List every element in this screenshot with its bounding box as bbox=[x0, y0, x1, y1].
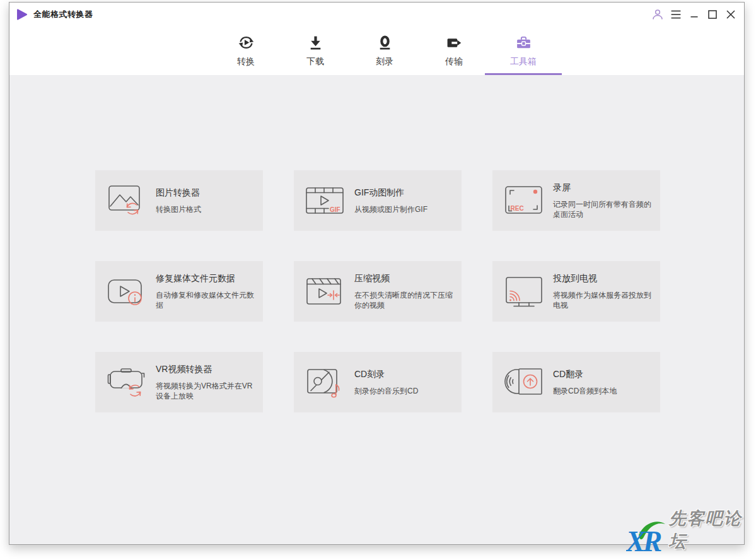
tool-card-cast-to-tv[interactable]: 投放到电视 将视频作为媒体服务器投放到电视 bbox=[492, 261, 660, 322]
tool-desc: 自动修复和修改媒体文件元数据 bbox=[156, 290, 259, 310]
transfer-icon bbox=[446, 35, 463, 52]
tool-desc: 翻录CD音频到本地 bbox=[553, 386, 656, 396]
maximize-icon bbox=[705, 7, 720, 22]
toolbox-icon bbox=[515, 35, 532, 52]
burn-icon bbox=[376, 35, 393, 52]
tool-card-gif-maker[interactable]: GIF GIF动图制作 从视频或图片制作GIF bbox=[294, 170, 462, 231]
tab-toolbox[interactable]: 工具箱 bbox=[489, 26, 558, 75]
tool-desc: 将视频作为媒体服务器投放到电视 bbox=[553, 290, 656, 310]
tool-card-image-converter[interactable]: 图片转换器 转换图片格式 bbox=[95, 170, 263, 231]
tab-label: 下载 bbox=[306, 56, 324, 67]
close-icon bbox=[723, 7, 738, 22]
tool-desc: 将视频转换为VR格式并在VR设备上放映 bbox=[156, 381, 259, 401]
svg-text:GIF: GIF bbox=[330, 206, 340, 213]
tool-title: 投放到电视 bbox=[553, 273, 656, 284]
cd-rip-icon bbox=[503, 364, 545, 400]
nav-bar: 转换 下载 刻录 bbox=[9, 26, 744, 75]
tool-title: VR视频转换器 bbox=[156, 364, 259, 375]
app-title: 全能格式转换器 bbox=[33, 9, 93, 20]
gif-maker-icon: GIF bbox=[305, 182, 346, 219]
vr-converter-icon bbox=[106, 364, 148, 400]
cd-burn-icon bbox=[305, 364, 346, 400]
tab-burn[interactable]: 刻录 bbox=[350, 26, 419, 75]
screen-recorder-icon: REC bbox=[503, 182, 545, 219]
menu-icon bbox=[668, 7, 683, 22]
minimize-icon bbox=[687, 7, 702, 22]
tool-title: CD翻录 bbox=[553, 369, 656, 380]
titlebar: 全能格式转换器 bbox=[9, 3, 744, 26]
tab-label: 转换 bbox=[237, 56, 255, 67]
tool-title: 压缩视频 bbox=[354, 273, 458, 284]
tool-desc: 从视频或图片制作GIF bbox=[354, 204, 458, 214]
account-button[interactable] bbox=[649, 6, 666, 23]
tool-card-fix-metadata[interactable]: 修复媒体文件元数据 自动修复和修改媒体文件元数据 bbox=[95, 261, 263, 322]
tool-grid: 图片转换器 转换图片格式 GIF bbox=[95, 170, 660, 412]
tab-convert[interactable]: 转换 bbox=[211, 26, 281, 75]
account-icon bbox=[650, 7, 665, 22]
tab-label: 刻录 bbox=[376, 56, 393, 67]
tab-transfer[interactable]: 传输 bbox=[419, 26, 489, 75]
tool-card-cd-rip[interactable]: CD翻录 翻录CD音频到本地 bbox=[492, 352, 660, 412]
toolbox-panel: 图片转换器 转换图片格式 GIF bbox=[9, 75, 744, 544]
tool-card-vr-converter[interactable]: VR视频转换器 将视频转换为VR格式并在VR设备上放映 bbox=[95, 352, 263, 412]
close-button[interactable] bbox=[723, 6, 739, 23]
app-logo-icon bbox=[16, 9, 28, 20]
tool-desc: 在不损失清晰度的情况下压缩你的视频 bbox=[354, 290, 458, 310]
tool-desc: 转换图片格式 bbox=[156, 204, 259, 214]
tab-label: 工具箱 bbox=[510, 56, 537, 67]
tool-title: 图片转换器 bbox=[156, 187, 259, 199]
image-converter-icon bbox=[106, 182, 148, 219]
app-window: 全能格式转换器 bbox=[9, 2, 745, 545]
tool-card-cd-burn[interactable]: CD刻录 刻录你的音乐到CD bbox=[294, 352, 462, 412]
tool-desc: 记录同一时间所有带有音频的桌面活动 bbox=[553, 199, 656, 219]
convert-icon bbox=[238, 35, 255, 52]
tool-title: 录屏 bbox=[553, 182, 656, 194]
compress-video-icon bbox=[305, 273, 346, 310]
tab-label: 传输 bbox=[445, 56, 463, 67]
menu-button[interactable] bbox=[668, 6, 684, 23]
tab-download[interactable]: 下载 bbox=[281, 26, 350, 75]
fix-metadata-icon bbox=[106, 273, 148, 310]
download-icon bbox=[307, 35, 324, 52]
cast-to-tv-icon bbox=[503, 273, 545, 310]
tool-desc: 刻录你的音乐到CD bbox=[354, 386, 458, 396]
tool-card-compress-video[interactable]: 压缩视频 在不损失清晰度的情况下压缩你的视频 bbox=[294, 261, 462, 322]
tool-title: GIF动图制作 bbox=[354, 187, 458, 199]
tool-title: 修复媒体文件元数据 bbox=[156, 273, 259, 284]
tool-card-screen-recorder[interactable]: REC 录屏 记录同一时间所有带有音频的桌面活动 bbox=[492, 170, 660, 231]
tool-title: CD刻录 bbox=[354, 369, 458, 380]
svg-text:REC: REC bbox=[511, 205, 524, 212]
minimize-button[interactable] bbox=[686, 6, 702, 23]
maximize-button[interactable] bbox=[704, 6, 721, 23]
